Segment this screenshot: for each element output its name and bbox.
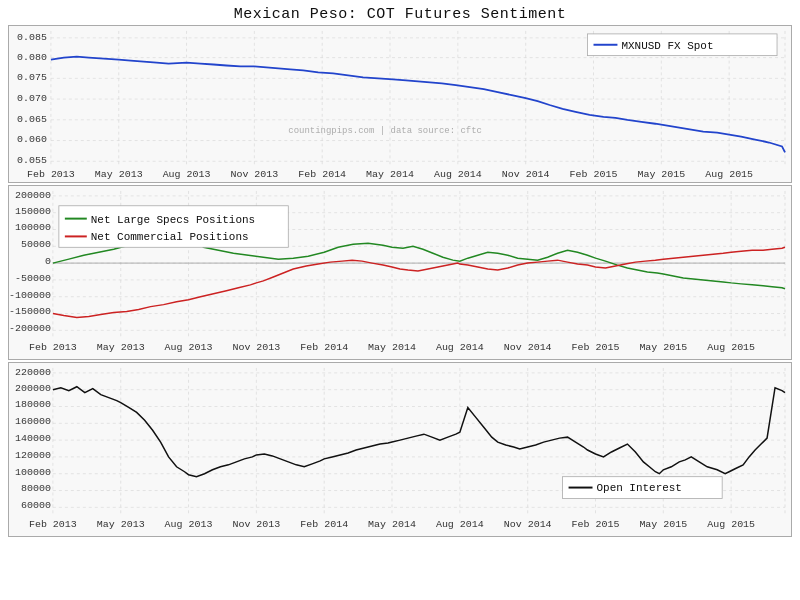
svg-text:countingpips.com | data source: countingpips.com | data source: cftc xyxy=(288,126,482,136)
panel-net-positions: 200000 150000 100000 50000 0 -50000 -100… xyxy=(8,185,792,360)
svg-text:May 2014: May 2014 xyxy=(368,342,416,353)
svg-text:Feb 2014: Feb 2014 xyxy=(298,169,346,180)
svg-text:Open Interest: Open Interest xyxy=(596,483,681,495)
svg-text:50000: 50000 xyxy=(21,239,51,250)
main-container: Mexican Peso: COT Futures Sentiment 0.08… xyxy=(0,0,800,600)
svg-text:0.060: 0.060 xyxy=(17,135,47,146)
chart-title: Mexican Peso: COT Futures Sentiment xyxy=(0,0,800,25)
svg-text:Feb 2014: Feb 2014 xyxy=(300,342,348,353)
svg-text:-50000: -50000 xyxy=(15,273,51,284)
svg-text:0.080: 0.080 xyxy=(17,52,47,63)
svg-text:Aug 2015: Aug 2015 xyxy=(707,519,755,530)
svg-text:0.055: 0.055 xyxy=(17,155,47,166)
svg-text:May 2015: May 2015 xyxy=(639,519,687,530)
svg-text:0.085: 0.085 xyxy=(17,32,47,43)
svg-text:May 2013: May 2013 xyxy=(97,342,145,353)
net-positions-svg: 200000 150000 100000 50000 0 -50000 -100… xyxy=(9,186,791,359)
svg-text:Aug 2013: Aug 2013 xyxy=(165,519,213,530)
svg-text:0.065: 0.065 xyxy=(17,114,47,125)
svg-text:Feb 2013: Feb 2013 xyxy=(27,169,75,180)
svg-text:140000: 140000 xyxy=(15,433,51,444)
svg-text:Feb 2015: Feb 2015 xyxy=(570,169,618,180)
svg-text:Aug 2014: Aug 2014 xyxy=(434,169,482,180)
svg-text:May 2013: May 2013 xyxy=(95,169,143,180)
svg-text:Net Large Specs Positions: Net Large Specs Positions xyxy=(91,214,255,226)
svg-text:Aug 2014: Aug 2014 xyxy=(436,519,484,530)
svg-text:Feb 2015: Feb 2015 xyxy=(572,519,620,530)
open-interest-svg: 220000 200000 180000 160000 140000 12000… xyxy=(9,363,791,536)
svg-text:80000: 80000 xyxy=(21,484,51,495)
svg-text:-150000: -150000 xyxy=(9,307,51,318)
panel-open-interest: 220000 200000 180000 160000 140000 12000… xyxy=(8,362,792,537)
svg-text:Aug 2013: Aug 2013 xyxy=(163,169,211,180)
svg-text:Aug 2013: Aug 2013 xyxy=(165,342,213,353)
svg-text:May 2014: May 2014 xyxy=(366,169,414,180)
svg-text:-100000: -100000 xyxy=(9,290,51,301)
svg-text:100000: 100000 xyxy=(15,467,51,478)
svg-text:Net Commercial Positions: Net Commercial Positions xyxy=(91,231,249,243)
svg-text:Nov 2013: Nov 2013 xyxy=(230,169,278,180)
svg-text:May 2014: May 2014 xyxy=(368,519,416,530)
svg-text:Feb 2015: Feb 2015 xyxy=(572,342,620,353)
svg-text:Feb 2013: Feb 2013 xyxy=(29,342,77,353)
svg-text:-200000: -200000 xyxy=(9,323,51,334)
svg-text:0.075: 0.075 xyxy=(17,72,47,83)
panel-fx-spot: 0.085 0.080 0.075 0.070 0.065 0.060 0.05… xyxy=(8,25,792,183)
svg-text:60000: 60000 xyxy=(21,500,51,511)
svg-rect-90 xyxy=(9,363,791,536)
svg-text:200000: 200000 xyxy=(15,190,51,201)
svg-text:Aug 2015: Aug 2015 xyxy=(707,342,755,353)
svg-text:Feb 2013: Feb 2013 xyxy=(29,519,77,530)
svg-text:0: 0 xyxy=(45,256,51,267)
svg-text:200000: 200000 xyxy=(15,383,51,394)
svg-text:May 2013: May 2013 xyxy=(97,519,145,530)
svg-text:Nov 2013: Nov 2013 xyxy=(232,519,280,530)
svg-text:May 2015: May 2015 xyxy=(639,342,687,353)
svg-text:Nov 2014: Nov 2014 xyxy=(502,169,550,180)
svg-text:180000: 180000 xyxy=(15,400,51,411)
svg-text:160000: 160000 xyxy=(15,416,51,427)
svg-text:100000: 100000 xyxy=(15,223,51,234)
svg-text:Nov 2014: Nov 2014 xyxy=(504,342,552,353)
svg-text:220000: 220000 xyxy=(15,367,51,378)
svg-text:MXNUSD FX Spot: MXNUSD FX Spot xyxy=(621,40,713,52)
svg-text:120000: 120000 xyxy=(15,450,51,461)
svg-text:0.070: 0.070 xyxy=(17,93,47,104)
svg-text:Aug 2014: Aug 2014 xyxy=(436,342,484,353)
svg-text:Nov 2013: Nov 2013 xyxy=(232,342,280,353)
fx-spot-svg: 0.085 0.080 0.075 0.070 0.065 0.060 0.05… xyxy=(9,26,791,182)
svg-text:Nov 2014: Nov 2014 xyxy=(504,519,552,530)
svg-text:May 2015: May 2015 xyxy=(637,169,685,180)
svg-text:Aug 2015: Aug 2015 xyxy=(705,169,753,180)
svg-text:Feb 2014: Feb 2014 xyxy=(300,519,348,530)
svg-text:150000: 150000 xyxy=(15,206,51,217)
